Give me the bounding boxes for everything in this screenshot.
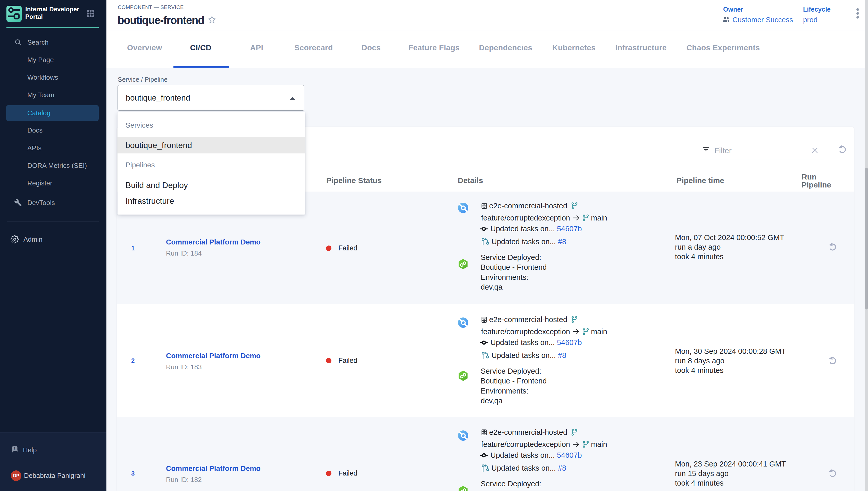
- svg-text:?: ?: [13, 446, 16, 451]
